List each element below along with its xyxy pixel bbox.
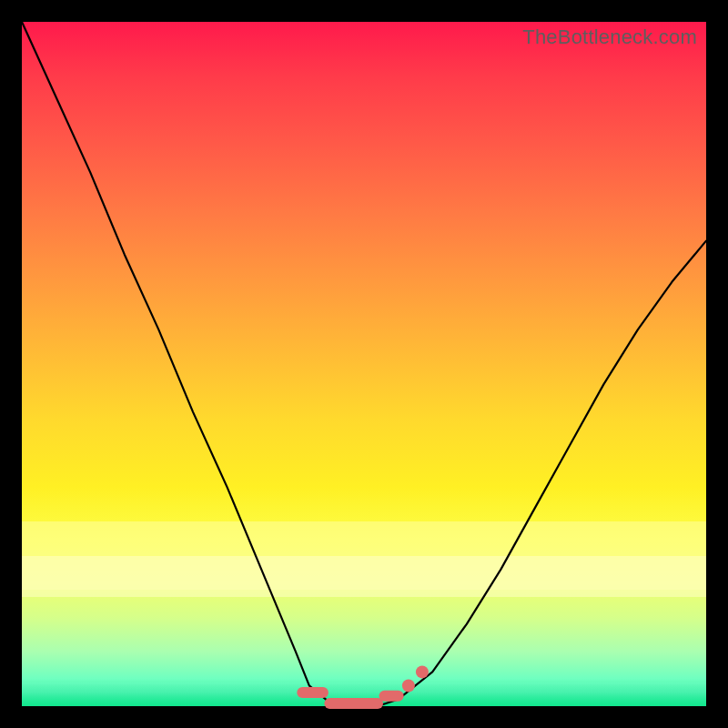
plot-area: TheBottleneck.com [22,22,706,706]
chart-frame: TheBottleneck.com [0,0,728,728]
curve-left [22,22,364,706]
curve-svg [22,22,706,706]
curve-marker-dot [416,665,429,678]
marker-group [302,665,429,703]
curve-marker-dot [402,679,415,692]
curve-right [350,241,706,706]
